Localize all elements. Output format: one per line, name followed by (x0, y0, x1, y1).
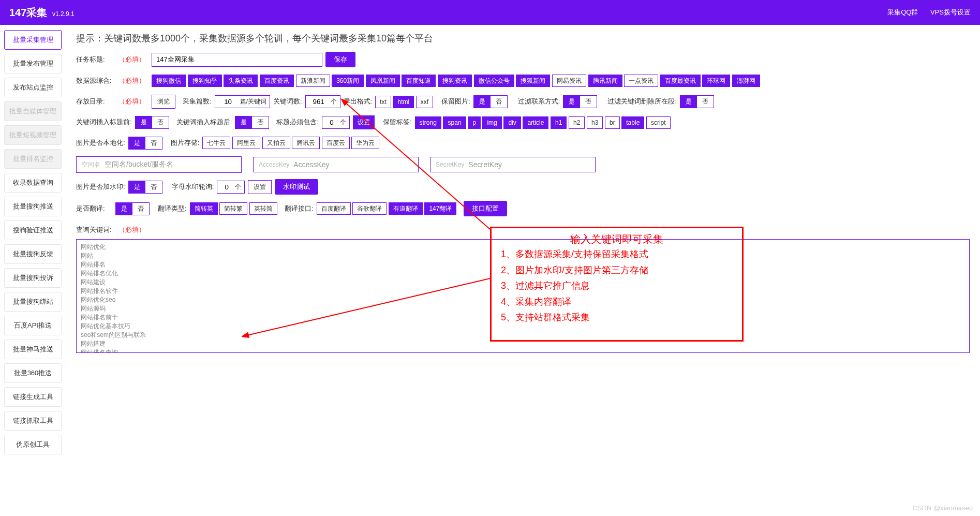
translate-toggle[interactable]: 是否 (115, 202, 150, 215)
filter-contact-toggle[interactable]: 是否 (563, 95, 597, 108)
api-config-button[interactable]: 接口配置 (464, 201, 507, 216)
source-tag[interactable]: 新浪新闻 (296, 75, 330, 87)
translate-type[interactable]: 简转英 (190, 202, 218, 215)
keep-tag[interactable]: h1 (551, 116, 567, 129)
link-vps-settings[interactable]: VPS拨号设置 (930, 8, 971, 16)
wm-test-button[interactable]: 水印测试 (275, 179, 318, 195)
source-tag[interactable]: 环球网 (702, 75, 730, 87)
must-set-button[interactable]: 设置 (353, 115, 375, 129)
translate-type[interactable]: 简转繁 (219, 202, 247, 215)
count-unit: 篇/关键词 (240, 97, 266, 106)
sidebar-item[interactable]: 批量360推送 (4, 363, 62, 383)
source-tag[interactable]: 百度资讯 (260, 75, 294, 87)
sidebar-item[interactable]: 链接生成工具 (4, 387, 62, 407)
sidebar-item[interactable]: 批量神马推送 (4, 340, 62, 359)
accesskey-input-wrap[interactable]: AccessKeyAccessKey (253, 157, 419, 172)
sidebar-item[interactable]: 伪原创工具 (4, 435, 62, 454)
sidebar-item[interactable]: 发布站点监控 (4, 78, 62, 97)
sidebar-item[interactable]: 批量搜狗投诉 (4, 268, 62, 288)
export-option[interactable]: txt (375, 96, 391, 108)
sidebar-item[interactable]: 批量搜狗反馈 (4, 244, 62, 264)
storage-option[interactable]: 七牛云 (202, 137, 230, 149)
wm-set-button[interactable]: 设置 (248, 180, 272, 194)
app-title: 147采集 (9, 7, 47, 18)
keep-tag[interactable]: table (621, 116, 644, 129)
insert-after-toggle[interactable]: 是否 (235, 116, 269, 129)
source-tag[interactable]: 搜狗资讯 (438, 75, 472, 87)
storage-option[interactable]: 腾讯云 (292, 137, 320, 149)
source-tag[interactable]: 360新闻 (332, 75, 364, 87)
sidebar-item[interactable]: 百度API推送 (4, 316, 62, 335)
must-contain-input[interactable] (325, 119, 338, 126)
bucket-input-wrap[interactable]: 空间名空间名/bucket/服务名 (76, 156, 242, 173)
source-tag[interactable]: 搜狐新闻 (516, 75, 550, 87)
wm-alpha-input[interactable] (220, 183, 233, 191)
storage-option[interactable]: 华为云 (351, 137, 379, 149)
export-option[interactable]: html (393, 96, 414, 108)
export-option[interactable]: xxf (416, 96, 433, 108)
sidebar-item[interactable]: 收录数据查询 (4, 173, 62, 193)
sidebar-item[interactable]: 批量采集管理 (4, 30, 62, 50)
hint-text: 提示：关键词数最多1000个，采集数据源多个轮训，每个关键词最多采集10篇每个平… (76, 32, 970, 45)
kw-count-label: 关键词数: (273, 97, 302, 106)
sidebar-item[interactable]: 批量发布管理 (4, 54, 62, 73)
source-tag[interactable]: 一点资讯 (624, 75, 658, 87)
count-input[interactable] (218, 98, 238, 106)
storage-option[interactable]: 又拍云 (262, 137, 290, 149)
insert-after-label: 关键词插入标题后: (176, 117, 232, 127)
filter-kw-toggle[interactable]: 是否 (680, 95, 714, 108)
storage-option[interactable]: 百度云 (322, 137, 350, 149)
keywords-textarea[interactable] (76, 239, 970, 353)
app-brand: 147采集 v1.2.9.1 (9, 6, 75, 20)
source-tag[interactable]: 腾讯新闻 (588, 75, 622, 87)
task-title-input[interactable] (152, 53, 322, 67)
keepimg-toggle[interactable]: 是否 (473, 95, 508, 108)
sidebar-item[interactable]: 链接抓取工具 (4, 411, 62, 431)
keep-tag[interactable]: h3 (587, 116, 603, 129)
path-label: 存放目录: (76, 97, 112, 106)
link-qq-group[interactable]: 采集QQ群 (887, 8, 918, 16)
keepimg-label: 保留图片: (441, 97, 470, 106)
translate-api[interactable]: 谷歌翻译 (352, 202, 387, 215)
keep-tag[interactable]: span (443, 116, 466, 129)
keep-tag[interactable]: img (482, 116, 501, 129)
browse-button[interactable]: 浏览 (152, 95, 175, 109)
watermark-toggle[interactable]: 是否 (128, 181, 162, 194)
translate-api[interactable]: 147翻译 (424, 202, 456, 215)
export-label: 导出格式: (344, 97, 373, 106)
keep-tag[interactable]: div (503, 116, 521, 129)
header-links: 采集QQ群 VPS拨号设置 (877, 8, 971, 17)
translate-api[interactable]: 有道翻译 (389, 202, 423, 215)
source-tag[interactable]: 凤凰新闻 (366, 75, 400, 87)
storage-option[interactable]: 阿里云 (232, 137, 260, 149)
source-tag[interactable]: 百度知道 (402, 75, 436, 87)
keep-tag[interactable]: strong (415, 116, 441, 129)
source-tag[interactable]: 微信公众号 (474, 75, 514, 87)
insert-before-toggle[interactable]: 是否 (135, 116, 169, 129)
source-tag[interactable]: 网易资讯 (552, 75, 586, 87)
wm-alpha-label: 字母水印轮询: (172, 182, 214, 191)
source-tag[interactable]: 澎湃网 (732, 75, 760, 87)
sidebar-item[interactable]: 批量搜狗绑站 (4, 292, 62, 312)
source-tag[interactable]: 百度最资讯 (660, 75, 701, 87)
source-tag[interactable]: 搜狗知乎 (188, 75, 222, 87)
secretkey-input-wrap[interactable]: SecretKeySecretKey (430, 157, 596, 172)
keep-tag[interactable]: article (523, 116, 548, 129)
keep-tag[interactable]: h2 (569, 116, 585, 129)
required-marker: （必填） (118, 76, 145, 85)
translate-type[interactable]: 英转简 (249, 202, 277, 215)
sidebar-item[interactable]: 搜狗验证推送 (4, 220, 62, 240)
required-marker: （必填） (118, 225, 145, 234)
save-button[interactable]: 保存 (325, 52, 355, 67)
sidebar-item[interactable]: 批量搜狗推送 (4, 197, 62, 216)
keep-tag[interactable]: p (468, 116, 481, 129)
img-local-toggle[interactable]: 是否 (128, 137, 162, 150)
must-contain-label: 标题必须包含: (276, 117, 319, 127)
sidebar-item: 批量排名监控 (4, 149, 62, 169)
source-tag[interactable]: 头条资讯 (224, 75, 258, 87)
source-tag[interactable]: 搜狗微信 (152, 75, 186, 87)
kw-count-input[interactable] (309, 98, 329, 106)
keep-tag[interactable]: br (605, 116, 620, 129)
keep-tag[interactable]: script (646, 116, 671, 129)
translate-api[interactable]: 百度翻译 (317, 202, 351, 215)
